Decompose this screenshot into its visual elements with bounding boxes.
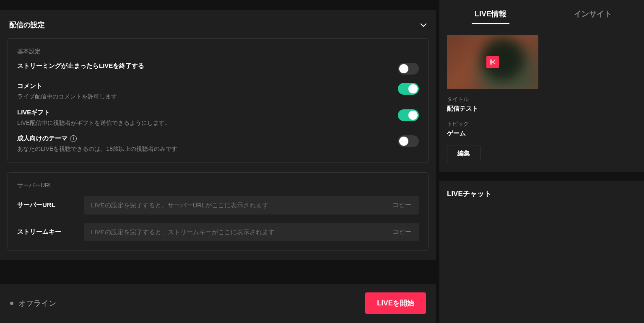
collapse-toggle[interactable] [420, 22, 427, 28]
footer-bar: オフライン LIVEを開始 [0, 281, 436, 323]
setting-title-text: 成人向けのテーマ [17, 134, 68, 142]
server-url-label: サーバーURL [17, 201, 84, 209]
stream-key-label: ストリームキー [17, 228, 84, 236]
row-gap [439, 172, 644, 181]
basic-settings-card: 基本設定 ストリーミングが止まったらLIVEを終了する コメント ライブ配信中の… [8, 38, 428, 163]
live-chat-title: LIVEチャット [447, 189, 636, 199]
setting-row-adult: 成人向けのテーマ i あなたのLIVEを視聴できるのは、18歳以上の視聴者のみで… [17, 134, 419, 153]
top-spacer [0, 0, 436, 10]
chevron-down-icon [420, 22, 427, 28]
status-dot-icon [10, 302, 13, 305]
copy-server-url-button[interactable]: コピー [385, 196, 419, 214]
server-url-field: コピー [84, 196, 419, 214]
column-gap [436, 0, 439, 323]
setting-desc: LIVE配信中に視聴者がギフトを送信できるようにします。 [17, 119, 398, 127]
scissors-icon [489, 59, 496, 65]
server-card: サーバーURL サーバーURL コピー ストリームキー コピー [8, 172, 428, 251]
right-tabs: LIVE情報 インサイト [439, 0, 644, 28]
setting-row-end-on-stop: ストリーミングが止まったらLIVEを終了する [17, 62, 419, 75]
live-info-body: タイトル 配信テスト トピック ゲーム 編集 [439, 28, 644, 172]
setting-title: 成人向けのテーマ i [17, 134, 398, 142]
settings-title: 配信の設定 [9, 20, 45, 30]
toggle-end-on-stop[interactable] [398, 63, 419, 75]
setting-title: コメント [17, 82, 398, 90]
thumbnail[interactable] [447, 35, 538, 89]
info-icon[interactable]: i [70, 135, 77, 142]
settings-header: 配信の設定 [0, 10, 436, 38]
stream-status: オフライン [10, 298, 56, 308]
live-chat-panel: LIVEチャット [439, 181, 644, 323]
stream-key-row: ストリームキー コピー [17, 223, 419, 241]
setting-row-gifts: LIVEギフト LIVE配信中に視聴者がギフトを送信できるようにします。 [17, 109, 419, 127]
settings-panel: 配信の設定 基本設定 ストリーミングが止まったらLIVEを終了する コメント [0, 10, 436, 260]
server-section-label: サーバーURL [17, 182, 419, 189]
setting-title: LIVEギフト [17, 109, 398, 116]
topic-label: トピック [447, 120, 636, 128]
stream-key-input[interactable] [84, 228, 385, 235]
topic-value: ゲーム [447, 129, 636, 137]
setting-desc: あなたのLIVEを視聴できるのは、18歳以上の視聴者のみです [17, 145, 398, 153]
start-live-button[interactable]: LIVEを開始 [365, 292, 426, 314]
basic-settings-label: 基本設定 [17, 48, 419, 55]
server-url-row: サーバーURL コピー [17, 196, 419, 214]
title-label: タイトル [447, 96, 636, 103]
toggle-adult[interactable] [398, 135, 419, 147]
copy-stream-key-button[interactable]: コピー [385, 223, 419, 241]
stream-key-field: コピー [84, 223, 419, 241]
tab-live-info[interactable]: LIVE情報 [439, 0, 542, 28]
setting-title: ストリーミングが止まったらLIVEを終了する [17, 62, 398, 70]
setting-row-comments: コメント ライブ配信中のコメントを許可します [17, 82, 419, 101]
setting-desc: ライブ配信中のコメントを許可します [17, 93, 398, 101]
toggle-gifts[interactable] [398, 109, 419, 121]
server-url-input[interactable] [84, 202, 385, 209]
tab-insight[interactable]: インサイト [542, 0, 644, 28]
title-value: 配信テスト [447, 105, 636, 113]
status-text: オフライン [18, 298, 56, 308]
edit-button[interactable]: 編集 [447, 145, 480, 162]
toggle-comments[interactable] [398, 83, 419, 95]
edit-thumbnail-badge[interactable] [486, 56, 499, 68]
